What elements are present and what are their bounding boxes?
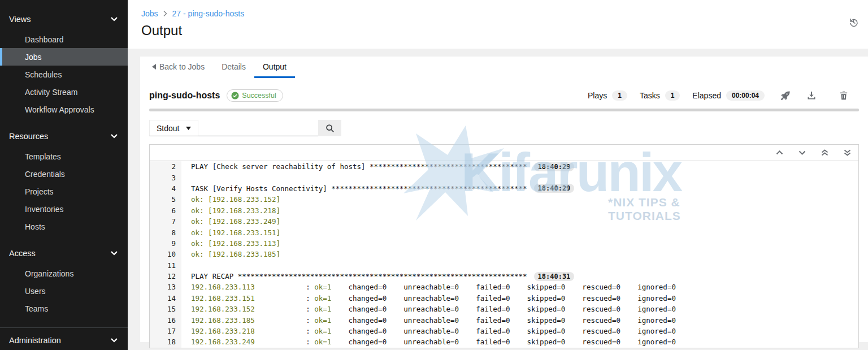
sidebar-group-resources: ResourcesTemplatesCredentialsProjectsInv… <box>0 124 128 241</box>
search-input[interactable] <box>198 120 318 136</box>
console-line: 5ok: [192.168.233.152] <box>150 194 858 205</box>
line-segment: PLAY RECAP *****************************… <box>191 272 527 280</box>
line-text: ok: [192.168.233.151] <box>181 228 280 237</box>
line-number: 10 <box>150 249 181 260</box>
job-stat-plays: Plays1 <box>588 90 627 101</box>
line-number: 4 <box>150 183 181 194</box>
line-segment: ok=1 <box>314 283 331 291</box>
sidebar-item-hosts[interactable]: Hosts <box>0 218 128 235</box>
console-line: 7ok: [192.168.233.249] <box>150 216 858 227</box>
line-segment: PLAY [Check server reachability of hosts… <box>191 162 527 171</box>
stat-label: Plays <box>588 91 607 100</box>
chevron-down-icon <box>111 17 118 21</box>
console-body[interactable]: 2PLAY [Check server reachability of host… <box>150 161 858 348</box>
line-text: 192.168.233.218 : ok=1 changed=0 unreach… <box>181 327 676 335</box>
line-text: ok: [192.168.233.249] <box>181 217 280 226</box>
trash-icon[interactable] <box>840 91 848 100</box>
line-segment: ok=1 <box>314 316 331 325</box>
sidebar-item-jobs[interactable]: Jobs <box>0 48 128 66</box>
line-segment: ok=1 <box>314 294 331 303</box>
sidebar-group-access: AccessOrganizationsUsersTeams <box>0 241 128 323</box>
sidebar-item-activity-stream[interactable]: Activity Stream <box>0 83 128 101</box>
tab-back-to-jobs[interactable]: Back to Jobs <box>144 57 213 78</box>
stdout-filter-dropdown[interactable]: Stdout <box>149 120 198 136</box>
sidebar-group-header-administration[interactable]: Administration <box>0 328 128 350</box>
line-number: 15 <box>150 304 181 314</box>
sidebar-item-inventories[interactable]: Inventories <box>0 200 128 218</box>
timestamp-badge: 18:40:31 <box>534 272 575 281</box>
check-circle-icon <box>231 92 239 100</box>
relaunch-rocket-icon[interactable] <box>780 91 790 101</box>
timestamp-badge: 18:40:29 <box>534 162 575 171</box>
line-number: 14 <box>150 293 181 304</box>
line-text: 192.168.233.113 : ok=1 changed=0 unreach… <box>181 283 676 291</box>
line-segment: : <box>255 327 314 335</box>
console-line: 2PLAY [Check server reachability of host… <box>150 161 858 172</box>
tab-output[interactable]: Output <box>254 57 295 78</box>
stat-value-badge: 1 <box>612 90 627 101</box>
line-text: 192.168.233.152 : ok=1 changed=0 unreach… <box>181 305 676 313</box>
sidebar-group-header-access[interactable]: Access <box>0 241 128 265</box>
sidebar-item-projects[interactable]: Projects <box>0 183 128 200</box>
sidebar-item-organizations[interactable]: Organizations <box>0 265 128 282</box>
breadcrumb-current-link[interactable]: 27 - ping-sudo-hosts <box>172 9 245 18</box>
download-icon[interactable] <box>807 91 816 100</box>
stat-label: Tasks <box>640 91 660 100</box>
line-number: 2 <box>150 161 181 172</box>
sidebar-item-users[interactable]: Users <box>0 282 128 300</box>
job-stat-tasks: Tasks1 <box>640 90 680 101</box>
sidebar-group-label: Access <box>9 249 36 258</box>
console-line: 16192.168.233.185 : ok=1 changed=0 unrea… <box>150 314 858 325</box>
sidebar-item-dashboard[interactable]: Dashboard <box>0 31 128 48</box>
caret-down-icon <box>186 127 191 130</box>
breadcrumb-jobs-link[interactable]: Jobs <box>141 9 158 18</box>
scroll-up-icon[interactable] <box>768 145 791 161</box>
job-stats: Plays1Tasks1Elapsed00:00:04 <box>588 90 765 101</box>
job-stat-elapsed: Elapsed00:00:04 <box>692 90 765 101</box>
line-segment: changed=0 unreachable=0 failed=0 skipped… <box>331 305 676 313</box>
tab-details[interactable]: Details <box>213 57 254 78</box>
sidebar-group-label: Administration <box>9 336 61 345</box>
tab-back-label: Back to Jobs <box>159 62 205 71</box>
line-text: ok: [192.168.233.218] <box>181 206 280 215</box>
stat-value-badge: 00:00:04 <box>726 90 765 101</box>
console-line: 8ok: [192.168.233.151] <box>150 227 858 237</box>
line-text: ok: [192.168.233.113] <box>181 239 280 248</box>
line-segment: ok=1 <box>314 305 331 313</box>
line-number: 12 <box>150 271 181 282</box>
status-badge[interactable]: Successful <box>227 89 283 102</box>
line-segment: : <box>255 316 314 325</box>
sidebar-item-teams[interactable]: Teams <box>0 300 128 317</box>
line-segment: ok=1 <box>314 327 331 335</box>
sidebar-group-views: ViewsDashboardJobsSchedulesActivity Stre… <box>0 7 128 124</box>
status-label: Successful <box>242 92 276 100</box>
chevron-down-icon <box>111 134 118 139</box>
app-root: ViewsDashboardJobsSchedulesActivity Stre… <box>0 0 868 350</box>
history-icon[interactable] <box>848 17 859 29</box>
scroll-to-top-icon[interactable] <box>813 145 836 161</box>
sidebar-item-workflow-approvals[interactable]: Workflow Approvals <box>0 101 128 118</box>
line-segment: ok: [192.168.233.249] <box>191 217 280 226</box>
chevron-right-icon <box>163 10 168 17</box>
timestamp-badge: 18:40:29 <box>534 184 575 193</box>
sidebar-group-header-views[interactable]: Views <box>0 7 128 31</box>
scroll-down-icon[interactable] <box>791 145 813 161</box>
search-icon[interactable] <box>318 120 341 136</box>
page-title: Output <box>141 23 854 38</box>
line-number: 16 <box>150 314 181 325</box>
console-line: 12PLAY RECAP ***************************… <box>150 271 858 282</box>
line-segment: 192.168.233.152 <box>191 305 255 313</box>
scroll-to-bottom-icon[interactable] <box>836 145 858 161</box>
sidebar-group-header-resources[interactable]: Resources <box>0 124 128 148</box>
sidebar-item-credentials[interactable]: Credentials <box>0 165 128 183</box>
sidebar-item-schedules[interactable]: Schedules <box>0 66 128 83</box>
line-segment: : <box>255 338 314 346</box>
output-search-row: Stdout <box>149 120 859 136</box>
line-number: 9 <box>150 238 181 249</box>
line-text: PLAY [Check server reachability of hosts… <box>181 162 574 171</box>
sidebar: ViewsDashboardJobsSchedulesActivity Stre… <box>0 0 128 350</box>
stat-label: Elapsed <box>692 91 721 100</box>
job-progress-bar <box>149 109 859 111</box>
sidebar-group-label: Views <box>9 15 31 24</box>
sidebar-item-templates[interactable]: Templates <box>0 148 128 165</box>
